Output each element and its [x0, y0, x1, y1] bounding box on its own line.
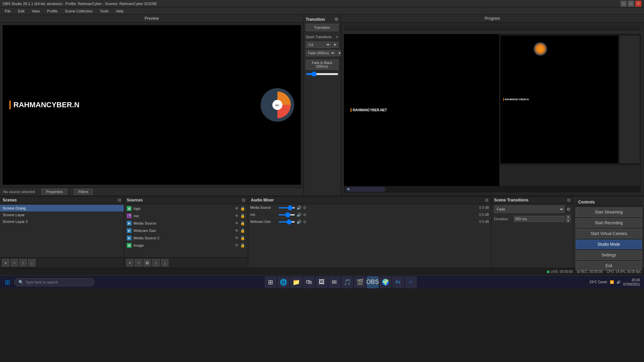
window-title: OBS Studio 26.1.1 (64-bit, windows) - Pr… [3, 2, 157, 6]
source-lock-button[interactable]: 🔒 [240, 206, 245, 211]
source-item[interactable]: ▣ logo 👁 🔒 [124, 205, 248, 212]
source-visibility-button[interactable]: 👁 [235, 221, 239, 226]
audio-volume-slider[interactable] [278, 221, 295, 223]
transition-gear-button[interactable]: ⚙ [334, 17, 338, 22]
fade-to-black-button[interactable]: Fade to Black (300ms) [306, 60, 338, 70]
transition-label: Transition [306, 17, 325, 22]
taskbar-taskview[interactable]: ⊞ [265, 276, 277, 288]
duration-up-button[interactable]: ▲ [566, 215, 571, 219]
audio-mute-button[interactable]: 🔊 [297, 220, 302, 224]
duration-down-button[interactable]: ▼ [566, 219, 571, 223]
audio-panel-collapse-button[interactable]: ⊟ [485, 198, 488, 202]
close-button[interactable]: ✕ [635, 1, 641, 7]
transition-action-button[interactable]: Transition [306, 24, 338, 31]
source-gear-button[interactable]: ⚙ [144, 259, 151, 266]
preview-section: Preview RAHMANCYBER.N RC No source selec… [0, 15, 304, 196]
source-up-button[interactable]: ↑ [152, 259, 160, 266]
source-item[interactable]: ▣ Image 👁 🔒 [124, 242, 248, 249]
taskbar-volume[interactable]: 🔊 [616, 280, 621, 284]
source-lock-button[interactable]: 🔒 [240, 236, 245, 240]
menu-file[interactable]: File [1, 8, 14, 14]
source-actions: 👁 🔒 [235, 228, 245, 233]
fade-select[interactable]: Fade (300ms) [306, 50, 336, 56]
menu-view[interactable]: View [29, 8, 43, 14]
taskbar-files[interactable]: 📁 [290, 276, 302, 288]
filters-button[interactable]: Filters [74, 189, 93, 195]
audio-gear-button[interactable]: ⚙ [303, 213, 307, 217]
source-add-button[interactable]: + [126, 259, 133, 266]
scene-down-button[interactable]: ↓ [28, 259, 36, 266]
scene-transitions-gear-button[interactable]: ⚙ [567, 207, 571, 212]
source-lock-button[interactable]: 🔒 [240, 243, 245, 248]
audio-gear-button[interactable]: ⚙ [303, 220, 307, 224]
menu-scene-collection[interactable]: Scene Collection [62, 8, 96, 14]
source-visibility-button[interactable]: 👁 [235, 214, 239, 218]
taskbar-search[interactable]: 🔍 Type here to search [14, 278, 95, 286]
source-lock-button[interactable]: 🔒 [240, 221, 245, 226]
menu-edit[interactable]: Edit [15, 8, 28, 14]
source-down-button[interactable]: ↓ [161, 259, 168, 266]
scene-remove-button[interactable]: − [11, 259, 18, 266]
quick-transitions-add-button[interactable]: + [336, 35, 338, 40]
audio-mute-button[interactable]: 🔊 [297, 213, 302, 217]
start-recording-button[interactable]: Start Recording [576, 218, 642, 228]
scene-transitions-duration-input[interactable]: 300 ms [514, 216, 565, 222]
taskbar-store[interactable]: 🛍 [303, 276, 315, 288]
start-button[interactable]: ⊞ [1, 276, 13, 288]
audio-mute-button[interactable]: 🔊 [297, 205, 302, 210]
taskbar-browser[interactable]: 🌐 [277, 276, 289, 288]
taskbar-obs[interactable]: OBS [367, 276, 379, 288]
menu-profile[interactable]: Profile [44, 8, 61, 14]
taskbar-word[interactable]: W [405, 276, 417, 288]
audio-volume-slider[interactable] [278, 214, 295, 216]
taskbar-weather: 29°C Cerah [590, 280, 607, 284]
scene-add-button[interactable]: + [2, 259, 9, 266]
exit-button[interactable]: Exit [576, 261, 642, 270]
taskbar-ps[interactable]: Ps [392, 276, 404, 288]
cut-select[interactable]: Cut [306, 42, 331, 48]
scenes-panel-collapse-button[interactable]: ⊟ [118, 198, 121, 202]
taskbar-photos[interactable]: 🖼 [316, 276, 328, 288]
source-visibility-button[interactable]: 👁 [235, 243, 239, 248]
scene-transitions-type-select[interactable]: Fade Cut Swipe [494, 205, 565, 213]
scene-up-button[interactable]: ↑ [19, 259, 27, 266]
rec-dot [577, 270, 580, 273]
start-virtual-camera-button[interactable]: Start Virtual Camera [576, 229, 642, 238]
scene-transitions-duration-label: Duration [494, 217, 513, 221]
menu-help[interactable]: Help [113, 8, 127, 14]
scene-item[interactable]: Screne Orang [0, 205, 124, 212]
nested-main: RAHMANCYBER.NET RAHMANCYBER.N [344, 34, 641, 186]
source-remove-button[interactable]: − [135, 259, 142, 266]
sources-list: ▣ logo 👁 🔒 🎤 mic 👁 🔒 ▶ Media Source [124, 204, 248, 257]
taskbar-mail[interactable]: ✉ [328, 276, 340, 288]
source-lock-button[interactable]: 🔒 [240, 214, 245, 218]
cut-dropdown-button[interactable]: ▼ [332, 42, 338, 48]
taskbar-video[interactable]: 🎬 [354, 276, 366, 288]
scene-transitions-collapse-button[interactable]: ⊟ [567, 198, 571, 202]
menu-tools[interactable]: Tools [97, 8, 112, 14]
source-visibility-button[interactable]: 👁 [235, 228, 239, 233]
source-item[interactable]: ▶ Webcam Gan 👁 🔒 [124, 227, 248, 234]
settings-button[interactable]: Settings [576, 250, 642, 260]
start-streaming-button[interactable]: Start Streaming [576, 207, 642, 217]
scene-item[interactable]: Screne Layar 2 [0, 218, 124, 225]
live-status: LIVE: 00:00:00 [547, 270, 573, 274]
scene-item[interactable]: Screne Layar [0, 212, 124, 218]
taskbar-music[interactable]: 🎵 [341, 276, 353, 288]
minimize-button[interactable]: ─ [621, 1, 627, 7]
source-lock-button[interactable]: 🔒 [240, 228, 245, 233]
audio-gear-button[interactable]: ⚙ [303, 205, 307, 210]
source-visibility-button[interactable]: 👁 [235, 236, 239, 240]
studio-mode-button[interactable]: Studio Mode [576, 240, 642, 249]
source-item[interactable]: 🎤 mic 👁 🔒 [124, 212, 248, 220]
audio-volume-slider[interactable] [278, 207, 295, 208]
transition-volume-slider[interactable] [306, 73, 338, 75]
maximize-button[interactable]: □ [628, 1, 634, 7]
sources-panel-collapse-button[interactable]: ⊟ [242, 198, 245, 202]
source-visibility-button[interactable]: 👁 [235, 206, 239, 211]
source-item[interactable]: ▶ Media Source 2 👁 🔒 [124, 234, 248, 242]
main-area: Preview RAHMANCYBER.N RC No source selec… [0, 15, 644, 196]
taskbar-chrome[interactable]: 🌍 [379, 276, 391, 288]
source-item[interactable]: ▶ Media Source 👁 🔒 [124, 220, 248, 227]
properties-button[interactable]: Properties [42, 189, 67, 195]
